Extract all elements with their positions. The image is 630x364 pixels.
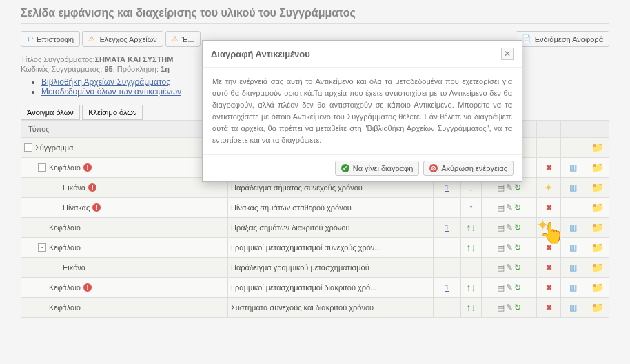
separator	[21, 23, 609, 24]
check-partial-button[interactable]: ⚠ Έ...	[165, 31, 201, 47]
library-link[interactable]: Βιβλιοθήκη Αρχείων Συγγράμματος	[41, 77, 170, 87]
edit-icon[interactable]: ✎	[506, 303, 513, 312]
cancel-label: Ακύρωση ενέργειας	[441, 164, 507, 172]
actions-cell: ▤✎↻	[482, 258, 537, 278]
move-cell[interactable]: ↑	[461, 198, 482, 218]
refresh-icon[interactable]: ↻	[514, 263, 521, 272]
check-files-button[interactable]: ⚠ Έλεγχος Αρχείων	[82, 31, 163, 47]
book-code-value: 95	[104, 65, 112, 73]
row-type: Σύγγραμμα	[35, 143, 73, 152]
confirm-delete-button[interactable]: ✓ Να γίνει διαγραφή	[335, 161, 420, 176]
delete-icon[interactable]: ✖	[546, 223, 552, 232]
modal-title: Διαγραφή Αντικειμένου	[211, 49, 310, 59]
properties-icon[interactable]: ▥	[569, 223, 577, 232]
row-type: Εικόνα	[63, 263, 85, 272]
edit-icon[interactable]: ✎	[506, 203, 513, 212]
move-cell[interactable]: ↑↓	[461, 238, 482, 258]
actions-cell: ▤✎↻	[482, 198, 537, 218]
close-all-button[interactable]: Κλείσιμο όλων	[82, 105, 143, 120]
folder-icon[interactable]: 📁	[591, 242, 603, 253]
properties-icon[interactable]: ▥	[569, 303, 577, 312]
delete-icon[interactable]: ✖	[546, 203, 552, 212]
folder-icon[interactable]: 📁	[591, 222, 603, 233]
row-type: Εικόνα	[63, 183, 85, 192]
row-text: Γραμμικοί μετασχηματισμοί διακριτού χρό.…	[228, 278, 434, 298]
warning-badge: !	[83, 283, 92, 292]
properties-icon[interactable]: ▥	[569, 243, 577, 252]
refresh-icon[interactable]: ↻	[514, 183, 521, 192]
move-cell[interactable]: ↑↓	[461, 218, 482, 238]
refresh-icon[interactable]: ↻	[514, 203, 521, 212]
edit-icon[interactable]: ✎	[506, 183, 513, 192]
list-icon[interactable]: ▤	[497, 223, 505, 232]
call-value: 1η	[161, 65, 170, 73]
folder-icon[interactable]: 📁	[591, 282, 603, 293]
actions-cell: ▤✎↻	[482, 278, 537, 298]
properties-icon[interactable]: ▥	[569, 163, 577, 172]
report-label: Ενδιάμεση Αναφορά	[535, 35, 603, 43]
report-button[interactable]: 📄 Ενδιάμεση Αναφορά	[516, 31, 609, 47]
warning-badge: !	[83, 163, 92, 172]
table-row: Πίνακας!Πίνακας σημάτων σταθερού χρόνου↑…	[21, 198, 609, 218]
move-cell[interactable]: ↑↓	[461, 298, 482, 318]
refresh-icon[interactable]: ↻	[514, 283, 521, 292]
tree-toggle[interactable]: -	[24, 143, 32, 152]
warning-badge: !	[92, 203, 101, 212]
list-icon[interactable]: ▤	[497, 283, 505, 292]
table-row: ΚεφάλαιοΣυστήματα συνεχούς και διακριτού…	[21, 298, 609, 318]
refresh-icon[interactable]: ↻	[514, 243, 521, 252]
refresh-icon[interactable]: ↻	[514, 303, 521, 312]
actions-cell: ▤✎↻	[482, 238, 537, 258]
move-cell[interactable]	[461, 258, 482, 278]
refresh-icon[interactable]: ↻	[514, 223, 521, 232]
list-icon[interactable]: ▤	[497, 303, 505, 312]
tree-toggle[interactable]: -	[38, 243, 46, 252]
properties-icon[interactable]: ▥	[569, 283, 577, 292]
open-all-button[interactable]: Άνοιγμα όλων	[21, 105, 80, 120]
check-files-label: Έλεγχος Αρχείων	[99, 35, 157, 43]
count-link[interactable]: 1	[445, 183, 449, 192]
edit-icon[interactable]: ✎	[506, 263, 513, 272]
delete-icon[interactable]: ✖	[546, 243, 552, 252]
list-icon[interactable]: ▤	[497, 183, 505, 192]
edit-icon[interactable]: ✎	[506, 243, 513, 252]
document-icon: 📄	[522, 34, 531, 43]
close-icon: ✕	[504, 49, 511, 59]
row-type: Κεφάλαιο	[49, 163, 81, 172]
check-icon: ✓	[341, 164, 349, 172]
delete-icon[interactable]: ✖	[546, 163, 552, 172]
delete-icon[interactable]: ✖	[546, 303, 552, 312]
back-button[interactable]: ↩ Επιστροφή	[21, 31, 80, 47]
delete-icon[interactable]: ✖	[546, 263, 552, 272]
folder-icon[interactable]: 📁	[591, 302, 603, 313]
delete-active-icon[interactable]: ✦	[545, 182, 553, 193]
properties-icon[interactable]: ▥	[569, 183, 577, 192]
warning-badge: !	[88, 183, 96, 192]
count-link[interactable]: 1	[445, 283, 449, 292]
folder-icon[interactable]: 📁	[591, 262, 603, 273]
arrow-up-icon: ↑	[467, 282, 471, 293]
arrow-up-icon: ↑	[467, 302, 471, 313]
folder-icon[interactable]: 📁	[591, 182, 603, 193]
metadata-link[interactable]: Μεταδεδομένα όλων των αντικειμένων	[41, 87, 181, 97]
list-icon[interactable]: ▤	[497, 263, 505, 272]
actions-cell: ▤✎↻	[482, 218, 537, 238]
edit-icon[interactable]: ✎	[506, 283, 513, 292]
properties-icon[interactable]: ▥	[569, 263, 577, 272]
edit-icon[interactable]: ✎	[506, 223, 513, 232]
folder-icon[interactable]: 📁	[591, 162, 603, 173]
folder-icon[interactable]: 📁	[591, 202, 603, 213]
list-icon[interactable]: ▤	[497, 243, 505, 252]
list-icon[interactable]: ▤	[497, 203, 505, 212]
cancel-delete-button[interactable]: ⊘ Ακύρωση ενέργειας	[423, 161, 514, 176]
tree-toggle[interactable]: -	[38, 163, 46, 172]
move-cell[interactable]: ↑↓	[461, 278, 482, 298]
arrow-up-icon: ↑	[467, 222, 471, 233]
folder-icon[interactable]: 📁	[591, 142, 603, 153]
close-button[interactable]: ✕	[501, 48, 514, 60]
col-type-header: Τύπος	[21, 121, 228, 138]
count-link[interactable]: 1	[445, 223, 449, 232]
row-text: Πίνακας σημάτων σταθερού χρόνου	[228, 198, 434, 218]
arrow-down-icon: ↓	[469, 182, 474, 193]
delete-icon[interactable]: ✖	[546, 283, 552, 292]
